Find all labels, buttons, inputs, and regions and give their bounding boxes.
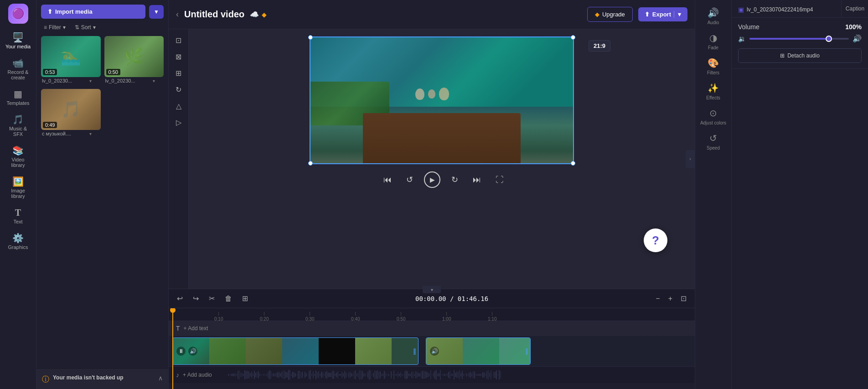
handle-top-left[interactable] [308,35,313,40]
import-media-button[interactable]: ⬆ Import media [41,5,145,19]
detach-audio-button[interactable]: ⊞ Detach audio [738,48,862,63]
sidebar-item-music-sfx[interactable]: 🎵 Music & SFX [2,111,35,140]
fullscreen-button[interactable]: ⛶ [496,175,504,185]
playhead[interactable] [172,308,173,389]
sidebar-item-your-media[interactable]: 🖥️ Your media [2,29,35,53]
timeline-content[interactable]: 0:10 0:20 0:30 0:40 [169,308,695,389]
preview-tools: ⊡ ⊠ ⊞ ↻ △ ▷ [169,29,189,289]
add-audio-button[interactable]: + Add audio [183,372,212,378]
volume-slider-thumb[interactable] [826,36,832,42]
sidebar-item-graphics[interactable]: ⚙️ Graphics [2,230,35,254]
sidebar-item-label: Graphics [8,244,28,250]
skip-to-end-button[interactable]: ⏭ [469,173,485,187]
export-dropdown-arrow[interactable]: ▾ [674,11,681,18]
media-label-row-1: lv_0_20230... ▾ [41,77,101,85]
media-thumb-3[interactable]: 🎵 0:49 [41,89,101,130]
play-icon: ▶ [430,176,435,183]
upgrade-button[interactable]: ◆ Upgrade [587,7,633,22]
video-clip-2[interactable]: 🔊 ‖ [426,337,531,365]
add-clip-button[interactable]: ⊞ [239,293,251,304]
filters-label: Filters [707,70,719,75]
video-file-icon: ▣ [738,6,744,13]
clip-2-end-handle[interactable]: ‖ [525,338,528,364]
clip-1-end-handle[interactable]: ‖ [413,338,416,364]
filter-icon: ≡ [44,24,47,31]
help-button[interactable]: ? [644,228,667,252]
preview-area: ⊡ ⊠ ⊞ ↻ △ ▷ [169,29,695,289]
sidebar-item-video-library[interactable]: 📚 Video library [2,142,35,171]
import-dropdown-button[interactable]: ▼ [149,5,164,19]
sidebar-item-templates[interactable]: ▦ Templates [2,86,35,109]
handle-top-right[interactable] [571,35,575,40]
filter-button[interactable]: ≡ Filter ▾ [41,22,68,32]
play-pause-button[interactable]: ▶ [424,171,440,188]
import-dropdown-arrow-icon: ▼ [154,9,159,15]
detach-audio-label: Detach audio [787,52,820,59]
sidebar-item-label: Templates [6,100,29,106]
collapse-down-icon: ▾ [431,287,433,292]
detach-icon: ⊞ [780,52,785,59]
playback-controls: ⏮ ↺ ▶ ↻ ⏭ ⛶ [380,171,504,188]
right-panel-audio[interactable]: 🔊 Audio [695,4,731,29]
timeline-area: ↩ ↪ ✂ 🗑 ⊞ 00:00.00 / 01:46.16 − + ⊡ [169,289,695,389]
resize-tool-button[interactable]: ⊡ [171,33,186,47]
zoom-in-button[interactable]: + [666,293,675,304]
media-panel: ⬆ Import media ▼ ≡ Filter ▾ ⇅ Sort ▾ 🏊 0… [36,0,169,389]
caption-tab-label: Caption [846,5,864,12]
backup-warning-close-button[interactable]: ∧ [158,374,163,382]
right-panel-effects[interactable]: ✨ Effects [695,79,731,104]
zoom-out-button[interactable]: − [653,293,662,304]
image-library-icon: 🖼️ [12,177,24,186]
sidebar-item-text[interactable]: T Text [2,204,35,228]
split-button[interactable]: ✂ [206,293,217,304]
handle-bottom-right[interactable] [571,161,575,166]
flip-h-tool-button[interactable]: △ [171,99,186,113]
backup-warning-bar: ⓘ Your media isn't backed up ∧ [36,369,168,389]
flip-v-tool-button[interactable]: ▷ [171,115,186,130]
fit-timeline-button[interactable]: ⊡ [678,293,689,304]
audio-track: ♪ + Add audio [169,367,695,383]
rewind-5s-button[interactable]: ↺ [403,173,417,187]
clip-1-controls: ⏸ 🔊 [176,347,197,356]
video-title: Untitled video [184,9,244,20]
filter-dropdown-icon: ▾ [63,24,66,31]
right-panel-speed[interactable]: ↺ Speed [695,129,731,154]
aspect-ratio-badge[interactable]: 21:9 [589,40,610,52]
add-text-button[interactable]: + Add text [184,325,208,332]
skip-to-start-button[interactable]: ⏮ [380,173,395,187]
redo-button[interactable]: ↪ [190,293,202,304]
volume-slider[interactable] [749,38,849,40]
preview-main: 21:9 ? › ⏮ ↺ ▶ ↻ ⏭ [189,29,695,289]
undo-button[interactable]: ↩ [174,293,186,304]
sidebar-item-image-library[interactable]: 🖼️ Image library [2,173,35,202]
rotate-tool-button[interactable]: ↻ [171,82,186,97]
media-thumb-2[interactable]: 🌿 0:50 [104,36,164,77]
backup-warning-text: Your media isn't backed up [53,374,124,381]
caption-tab[interactable]: Caption [841,0,868,17]
forward-5s-button[interactable]: ↻ [448,173,462,187]
volume-label: Volume [738,23,760,31]
back-button[interactable]: ‹ [176,10,179,19]
video-clip-1[interactable]: ⏸ 🔊 ‖ [172,337,418,365]
right-panel-filters[interactable]: 🎨 Filters [695,54,731,79]
sidebar-item-label: Text [13,219,22,224]
timeline-time-display: 00:00.00 / 01:46.16 [255,295,648,302]
sort-button[interactable]: ⇅ Sort ▾ [72,22,98,32]
sidebar-item-record-create[interactable]: 📹 Record & create [2,55,35,84]
media-label-dropdown-2[interactable]: ▾ [153,78,155,83]
right-panel-adjust-colors[interactable]: ⊙ Adjust colors [695,104,731,129]
layout-tool-button[interactable]: ⊞ [171,66,186,80]
volume-row: Volume 100% [738,23,862,31]
media-label-dropdown-3[interactable]: ▾ [89,131,92,136]
media-label-dropdown-1[interactable]: ▾ [89,78,92,83]
media-thumb-1[interactable]: 🏊 0:53 [41,36,101,77]
preview-collapse-button[interactable]: › [686,150,695,168]
export-button[interactable]: ⬆ Export ▾ [638,7,687,21]
ruler-mark-5: 0:50 [397,312,405,322]
handle-bottom-left[interactable] [308,161,313,166]
your-media-icon: 🖥️ [12,33,24,42]
crop-tool-button[interactable]: ⊠ [171,49,186,64]
delete-button[interactable]: 🗑 [222,293,235,304]
timeline-collapse-button[interactable]: ▾ [423,286,441,293]
right-panel-fade[interactable]: ◑ Fade [695,29,731,54]
